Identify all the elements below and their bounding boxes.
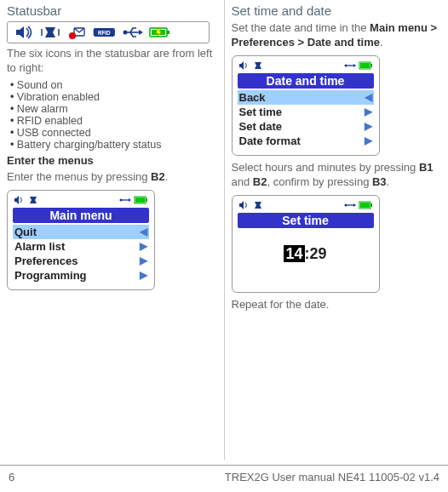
svg-marker-24 <box>353 64 356 67</box>
statusbar-heading: Statusbar <box>7 3 215 18</box>
svg-rect-34 <box>360 203 370 208</box>
svg-point-4 <box>69 32 76 39</box>
svg-marker-28 <box>239 201 244 209</box>
menu-row-set-time: Set time▶ <box>238 105 374 119</box>
select-hours-text: Select hours and minutes by pressing B1 … <box>232 161 440 190</box>
usb-icon <box>344 200 356 210</box>
svg-point-16 <box>120 198 123 201</box>
arrow-left-icon: ◀ <box>365 91 372 103</box>
svg-rect-20 <box>135 197 145 203</box>
menu-row-set-date: Set date▶ <box>238 119 374 134</box>
hours-field: 14 <box>284 245 304 262</box>
sound-icon <box>238 200 250 210</box>
svg-point-30 <box>344 203 347 206</box>
usb-icon <box>120 24 144 41</box>
statusbar-intro: The six icons in the statusbar are from … <box>7 47 215 76</box>
svg-marker-14 <box>14 196 19 204</box>
page-number: 6 <box>9 471 14 483</box>
svg-marker-17 <box>129 198 131 202</box>
arrow-left-icon: ◀ <box>140 226 147 237</box>
set-time-intro: Set the date and time in the Main menu >… <box>232 21 440 50</box>
menu-row-programming: Programming▶ <box>13 268 149 283</box>
enter-menus-head: Enter the menus <box>7 154 215 167</box>
menu-row-date-format: Date format▶ <box>238 134 374 148</box>
list-item: Vibration enabled <box>10 91 215 103</box>
arrow-right-icon: ▶ <box>140 255 147 266</box>
sound-icon <box>11 24 35 41</box>
repeat-text: Repeat for the date. <box>232 298 440 312</box>
main-menu-screen: Main menu Quit◀ Alarm list▶ Preferences▶… <box>7 190 155 290</box>
arrow-right-icon: ▶ <box>365 120 372 132</box>
svg-rect-33 <box>370 203 372 207</box>
statusbar-strip: RFID <box>7 21 210 43</box>
svg-marker-31 <box>353 203 356 207</box>
time-display: 14:29 <box>238 230 374 285</box>
svg-marker-0 <box>16 26 24 38</box>
list-item: USB connected <box>10 127 215 139</box>
list-item: Sound on <box>10 79 215 91</box>
screen-title: Main menu <box>13 208 149 223</box>
arrow-right-icon: ▶ <box>365 106 372 117</box>
sound-icon <box>13 195 25 205</box>
svg-rect-26 <box>370 64 372 67</box>
svg-rect-11 <box>167 31 169 34</box>
svg-marker-9 <box>139 30 143 35</box>
battery-icon <box>359 200 374 210</box>
vibration-icon <box>27 195 39 205</box>
alarm-icon <box>66 24 89 41</box>
usb-icon <box>119 195 131 205</box>
battery-icon <box>134 195 149 205</box>
svg-marker-21 <box>239 61 244 70</box>
arrow-right-icon: ▶ <box>140 240 147 252</box>
vibration-icon <box>252 200 264 210</box>
menu-row-quit: Quit◀ <box>13 225 149 239</box>
svg-rect-27 <box>360 63 370 68</box>
menu-row-alarm-list: Alarm list▶ <box>13 239 149 254</box>
minutes-field: 29 <box>310 245 327 262</box>
mini-statusbar <box>238 60 374 72</box>
mini-statusbar <box>238 199 374 211</box>
date-time-screen: Date and time Back◀ Set time▶ Set date▶ … <box>232 55 380 156</box>
list-item: Battery charging/battery status <box>10 139 215 151</box>
statusbar-icon-list: Sound on Vibration enabled New alarm RFI… <box>10 79 215 151</box>
usb-icon <box>344 60 356 71</box>
mini-statusbar <box>13 194 149 206</box>
rfid-icon: RFID <box>93 24 117 41</box>
sound-icon <box>238 60 250 71</box>
svg-point-23 <box>344 64 347 66</box>
battery-icon <box>359 60 374 71</box>
menu-row-back: Back◀ <box>238 90 374 105</box>
enter-menus-text: Enter the menus by pressing B2. <box>7 170 215 185</box>
list-item: RFID enabled <box>10 115 215 127</box>
menu-row-preferences: Preferences▶ <box>13 254 149 268</box>
set-time-heading: Set time and date <box>232 3 440 18</box>
set-time-screen: Set time 14:29 <box>232 195 380 293</box>
vibration-icon <box>252 60 264 71</box>
svg-rect-19 <box>146 198 147 202</box>
arrow-right-icon: ▶ <box>365 134 372 146</box>
screen-title: Set time <box>238 213 374 228</box>
list-item: New alarm <box>10 103 215 115</box>
doc-id: TREX2G User manual NE41 11005-02 v1.4 <box>225 471 439 483</box>
screen-title: Date and time <box>238 73 374 89</box>
vibration-icon <box>38 24 62 41</box>
svg-text:RFID: RFID <box>98 30 111 36</box>
page-footer: 6 TREX2G User manual NE41 11005-02 v1.4 <box>0 465 448 492</box>
battery-icon <box>147 24 171 41</box>
arrow-right-icon: ▶ <box>140 269 147 281</box>
